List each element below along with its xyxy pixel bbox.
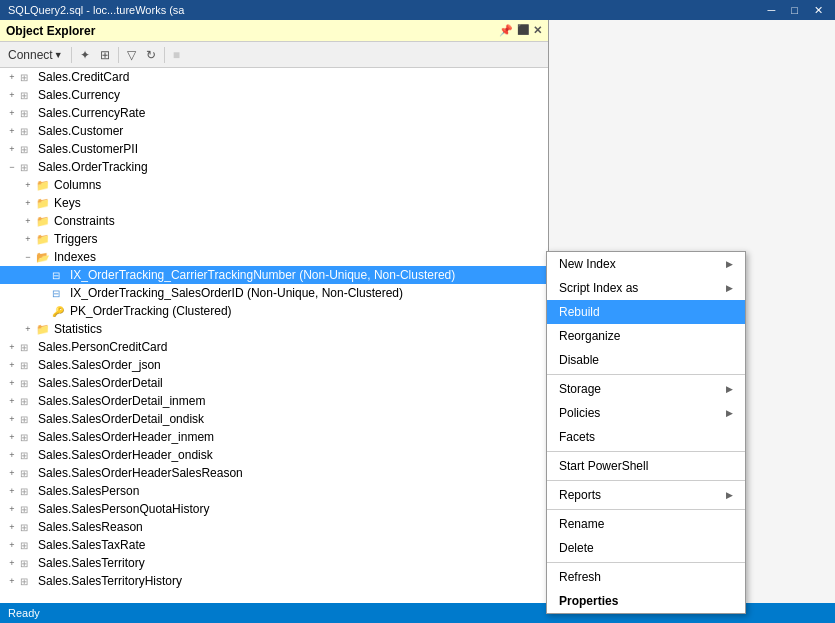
list-item[interactable]: + ⊞ Sales.SalesTerritory (0, 554, 548, 572)
context-menu-policies[interactable]: Policies ▶ (547, 401, 745, 425)
list-item[interactable]: − 📂 Indexes (0, 248, 548, 266)
context-menu-rebuild[interactable]: Rebuild (547, 300, 745, 324)
table-icon: ⊞ (20, 540, 36, 551)
pin-icon[interactable]: 📌 (499, 24, 513, 37)
expand-icon: + (4, 450, 20, 460)
list-item[interactable]: + 📁 Columns (0, 176, 548, 194)
script-index-label: Script Index as (559, 281, 638, 295)
tree-label: Sales.SalesOrderHeader_inmem (38, 430, 214, 444)
list-item[interactable]: + ⊞ Sales.SalesReason (0, 518, 548, 536)
table-icon: ⊞ (20, 342, 36, 353)
list-item[interactable]: + ⊞ Sales.CustomerPII (0, 140, 548, 158)
list-item[interactable]: 🔑 PK_OrderTracking (Clustered) (0, 302, 548, 320)
tree-label: IX_OrderTracking_SalesOrderID (Non-Uniqu… (70, 286, 403, 300)
policies-label: Policies (559, 406, 600, 420)
connect-button[interactable]: Connect ▼ (4, 46, 67, 64)
expand-icon: + (4, 396, 20, 406)
policies-arrow: ▶ (726, 408, 733, 418)
tree-label: Indexes (54, 250, 96, 264)
storage-arrow: ▶ (726, 384, 733, 394)
reports-label: Reports (559, 488, 601, 502)
list-item[interactable]: + ⊞ Sales.CreditCard (0, 68, 548, 86)
list-item[interactable]: + ⊞ Sales.SalesOrderHeader_inmem (0, 428, 548, 446)
table-icon: ⊞ (20, 396, 36, 407)
maximize-icon[interactable]: □ (787, 4, 802, 17)
expand-icon: + (4, 432, 20, 442)
refresh-toolbar-button[interactable]: ↻ (142, 46, 160, 64)
tree-label: Sales.SalesOrderDetail_ondisk (38, 412, 204, 426)
refresh-label: Refresh (559, 570, 601, 584)
folder-icon: 📁 (36, 197, 52, 210)
close-icon[interactable]: ✕ (810, 4, 827, 17)
table-icon: ⊞ (20, 558, 36, 569)
context-menu-disable[interactable]: Disable (547, 348, 745, 372)
expand-icon: + (4, 576, 20, 586)
table-icon: ⊞ (20, 108, 36, 119)
expand-icon: + (4, 486, 20, 496)
list-item[interactable]: + ⊞ Sales.SalesOrderDetail_inmem (0, 392, 548, 410)
context-menu-script-index[interactable]: Script Index as ▶ (547, 276, 745, 300)
context-menu-reports[interactable]: Reports ▶ (547, 483, 745, 507)
list-item[interactable]: + ⊞ Sales.SalesOrderDetail (0, 374, 548, 392)
list-item[interactable]: − ⊞ Sales.OrderTracking (0, 158, 548, 176)
main-title-text: SQLQuery2.sql - loc...tureWorks (sa (8, 4, 764, 16)
list-item[interactable]: + 📁 Constraints (0, 212, 548, 230)
list-item[interactable]: + 📁 Triggers (0, 230, 548, 248)
list-item[interactable]: + ⊞ Sales.CurrencyRate (0, 104, 548, 122)
main-window: SQLQuery2.sql - loc...tureWorks (sa ─ □ … (0, 0, 835, 623)
toolbar-divider-2 (118, 47, 119, 63)
context-menu-refresh[interactable]: Refresh (547, 565, 745, 589)
tree-area[interactable]: + ⊞ Sales.CreditCard + ⊞ Sales.Currency … (0, 68, 548, 609)
stop-button[interactable]: ■ (169, 46, 184, 64)
tree-label: Sales.SalesOrderDetail_inmem (38, 394, 205, 408)
context-menu-rename[interactable]: Rename (547, 512, 745, 536)
context-menu-storage[interactable]: Storage ▶ (547, 377, 745, 401)
new-object-button[interactable]: ✦ (76, 46, 94, 64)
filter-button[interactable]: ⊞ (96, 46, 114, 64)
list-item[interactable]: + ⊞ Sales.SalesTaxRate (0, 536, 548, 554)
list-item[interactable]: + ⊞ Sales.SalesPerson (0, 482, 548, 500)
list-item[interactable]: + ⊞ Sales.Customer (0, 122, 548, 140)
list-item[interactable]: + ⊞ Sales.SalesPersonQuotaHistory (0, 500, 548, 518)
context-menu-properties[interactable]: Properties (547, 589, 745, 613)
context-menu-powershell[interactable]: Start PowerShell (547, 454, 745, 478)
list-item[interactable]: + ⊞ Sales.SalesOrderHeader_ondisk (0, 446, 548, 464)
list-item[interactable]: ⊟ IX_OrderTracking_SalesOrderID (Non-Uni… (0, 284, 548, 302)
list-item[interactable]: + ⊞ Sales.SalesOrderDetail_ondisk (0, 410, 548, 428)
tree-label: Sales.SalesTaxRate (38, 538, 145, 552)
list-item[interactable]: + ⊞ Sales.SalesOrderHeaderSalesReason (0, 464, 548, 482)
dock-icon[interactable]: ⬛ (517, 24, 529, 37)
tree-label: Sales.SalesPerson (38, 484, 139, 498)
reorganize-label: Reorganize (559, 329, 620, 343)
disable-label: Disable (559, 353, 599, 367)
expand-icon: + (4, 90, 20, 100)
context-menu-new-index[interactable]: New Index ▶ (547, 252, 745, 276)
object-explorer-title-bar: Object Explorer 📌 ⬛ ✕ (0, 20, 548, 42)
tree-label: Sales.SalesOrder_json (38, 358, 161, 372)
table-icon: ⊞ (20, 414, 36, 425)
list-item[interactable]: + ⊞ Sales.Currency (0, 86, 548, 104)
list-item[interactable]: + ⊞ Sales.SalesOrder_json (0, 356, 548, 374)
list-item[interactable]: + ⊞ Sales.PersonCreditCard (0, 338, 548, 356)
filter-settings-button[interactable]: ▽ (123, 46, 140, 64)
context-menu-facets[interactable]: Facets (547, 425, 745, 449)
minimize-icon[interactable]: ─ (764, 4, 780, 17)
tree-label: Sales.Currency (38, 88, 120, 102)
object-explorer-panel: Object Explorer 📌 ⬛ ✕ Connect ▼ ✦ ⊞ ▽ ↻ (0, 20, 549, 623)
expand-icon: + (20, 198, 36, 208)
toolbar-divider-3 (164, 47, 165, 63)
panel-close-icon[interactable]: ✕ (533, 24, 542, 37)
context-menu-delete[interactable]: Delete (547, 536, 745, 560)
list-item[interactable]: + 📁 Statistics (0, 320, 548, 338)
list-item[interactable]: ⊟ IX_OrderTracking_CarrierTrackingNumber… (0, 266, 548, 284)
facets-label: Facets (559, 430, 595, 444)
expand-icon: − (20, 252, 36, 262)
context-menu-reorganize[interactable]: Reorganize (547, 324, 745, 348)
list-item[interactable]: + ⊞ Sales.SalesTerritoryHistory (0, 572, 548, 590)
expand-icon: + (4, 522, 20, 532)
table-icon: ⊞ (20, 504, 36, 515)
expand-icon: + (20, 234, 36, 244)
expand-icon: + (4, 144, 20, 154)
expand-icon: + (4, 108, 20, 118)
list-item[interactable]: + 📁 Keys (0, 194, 548, 212)
